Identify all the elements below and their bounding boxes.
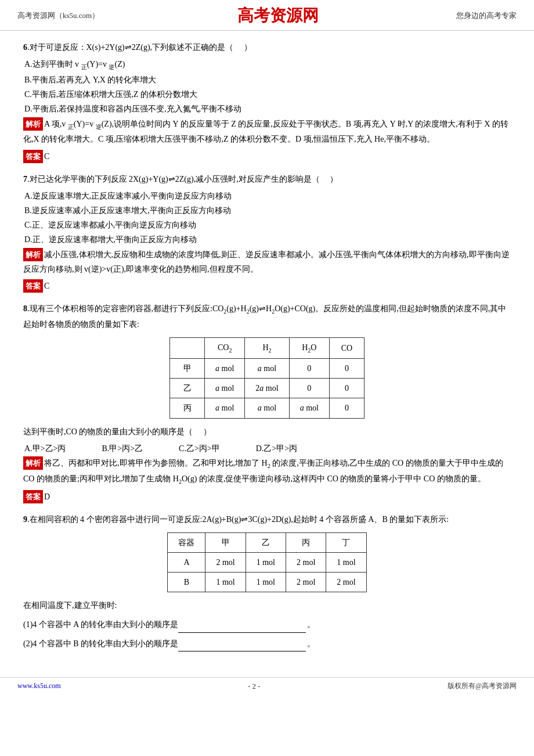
q9-sub2-answer (178, 651, 306, 651)
q8-row1-co2: a mol (205, 359, 245, 379)
table-row: 乙 a mol 2a mol 0 0 (170, 379, 365, 398)
q7-number: 7 (23, 175, 27, 183)
q8-row2-co: 0 (329, 379, 364, 398)
q8-th-co2: CO2 (205, 338, 245, 359)
q9-table: 容器 甲 乙 丙 丁 A 2 mol 1 mol 2 mol 1 mol (167, 532, 366, 593)
q7-option-a: A.逆反应速率增大,正反应速率减小,平衡向逆反应方向移动 (24, 189, 511, 203)
page-header: 高考资源网（ks5u.com） 高考资源网 您身边的高考专家 (0, 0, 534, 31)
q8-row1-h2o: 0 (289, 359, 329, 379)
table-row: 丙 a mol a mol a mol 0 (170, 398, 365, 418)
q8-option-c: C.乙>丙>甲 (179, 441, 220, 456)
q8-th-co: CO (329, 338, 364, 359)
question-9: 9.在相同容积的 4 个密闭容器中进行同一可逆反应:2A(g)+B(g)⇌3C(… (23, 512, 511, 652)
q8-row2-co2: a mol (205, 379, 245, 398)
q8-text: .现有三个体积相等的定容密闭容器,都进行下列反应:CO2(g)+H2(g)⇌H2… (23, 304, 506, 329)
q9-th-jia: 甲 (205, 532, 246, 552)
q8-option-d: D.乙>甲>丙 (256, 441, 297, 456)
jiexi-label-6: 解析 (23, 117, 43, 131)
header-left: 高考资源网（ks5u.com） (17, 10, 99, 21)
footer-center: - 2 - (248, 682, 261, 691)
daan-label-6: 答案 (23, 150, 43, 163)
q8-row3-h2o: a mol (289, 398, 329, 418)
q8-option-a: A.甲>乙>丙 (24, 441, 66, 456)
jiexi-label-7: 解析 (23, 248, 43, 261)
jiexi-label-8: 解析 (23, 456, 43, 470)
footer-left: www.ks5u.com (17, 682, 61, 690)
q8-after-table: 达到平衡时,CO 的物质的量由大到小的顺序是（ ） (23, 424, 511, 439)
q7-text: .对已达化学平衡的下列反应 2X(g)+Y(g)⇌2Z(g),减小压强时,对反应… (27, 175, 338, 183)
q8-th-blank (170, 338, 205, 359)
q7-title: 7.对已达化学平衡的下列反应 2X(g)+Y(g)⇌2Z(g),减小压强时,对反… (23, 172, 511, 186)
q8-th-h2: H2 (245, 338, 289, 359)
q9-row2-bing: 2 mol (286, 573, 326, 592)
main-content: 6.对于可逆反应：X(s)+2Y(g)⇌2Z(g),下列叙述不正确的是（ ） A… (0, 31, 534, 665)
q9-row2-label: B (168, 573, 205, 592)
q9-th-bing: 丙 (286, 532, 326, 552)
q9-row1-bing: 2 mol (286, 553, 326, 573)
q8-options-row: A.甲>乙>丙 B.甲>丙>乙 C.乙>丙>甲 D.乙>甲>丙 (23, 441, 511, 456)
q8-row2-h2: 2a mol (245, 379, 289, 398)
header-center: 高考资源网 (237, 5, 319, 27)
q8-number: 8 (23, 304, 27, 313)
table-row: B 1 mol 1 mol 2 mol 2 mol (168, 573, 366, 592)
q8-row3-co: 0 (329, 398, 364, 418)
q6-text: .对于可逆反应：X(s)+2Y(g)⇌2Z(g),下列叙述不正确的是（ ） (27, 43, 252, 52)
q9-th-yi: 乙 (246, 532, 286, 552)
q6-jiexi: 解析A 项,v 正(Y)=v 逆(Z),说明单位时间内 Y 的反应量等于 Z 的… (23, 117, 511, 147)
q9-row2-ding: 2 mol (326, 573, 366, 592)
q9-row1-label: A (168, 553, 205, 573)
question-8: 8.现有三个体积相等的定容密闭容器,都进行下列反应:CO2(g)+H2(g)⇌H… (23, 301, 511, 504)
q6-option-c: C.平衡后,若压缩体积增大压强,Z 的体积分数增大 (24, 87, 511, 102)
q9-sub2: (2)4 个容器中 B 的转化率由大到小的顺序是。 (23, 636, 511, 652)
q6-answer: 答案C (23, 149, 511, 164)
q9-title: 9.在相同容积的 4 个密闭容器中进行同一可逆反应:2A(g)+B(g)⇌3C(… (23, 512, 511, 527)
q9-th-vessel: 容器 (168, 532, 205, 552)
q8-row1-label: 甲 (170, 359, 205, 379)
page-footer: www.ks5u.com - 2 - 版权所有@高考资源网 (0, 677, 534, 694)
page-wrapper: 高考资源网（ks5u.com） 高考资源网 您身边的高考专家 6.对于可逆反应：… (0, 0, 534, 756)
q7-option-d: D.正、逆反应速率都增大,平衡向正反应方向移动 (24, 232, 511, 247)
q8-row1-h2: a mol (245, 359, 289, 379)
q9-row2-yi: 1 mol (246, 573, 286, 592)
q9-row1-ding: 1 mol (326, 553, 366, 573)
q7-jiexi: 解析减小压强,体积增大,反应物和生成物的浓度均降低,则正、逆反应速率都减小。减小… (23, 247, 511, 276)
q8-table: CO2 H2 H2O CO 甲 a mol a mol 0 0 乙 a (169, 337, 365, 418)
q7-option-b: B.逆反应速率减小,正反应速率增大,平衡向正反应方向移动 (24, 203, 511, 218)
q8-option-b: B.甲>丙>乙 (102, 441, 143, 456)
header-right: 您身边的高考专家 (456, 10, 517, 21)
q7-option-c: C.正、逆反应速率都减小,平衡向逆反应方向移动 (24, 218, 511, 232)
q9-row1-jia: 2 mol (205, 553, 246, 573)
q6-option-b: B.平衡后,若再充入 Y,X 的转化率增大 (24, 73, 511, 87)
daan-label-8: 答案 (23, 490, 43, 503)
q9-table-container: 容器 甲 乙 丙 丁 A 2 mol 1 mol 2 mol 1 mol (23, 532, 511, 593)
q8-title: 8.现有三个体积相等的定容密闭容器,都进行下列反应:CO2(g)+H2(g)⇌H… (23, 301, 511, 332)
q8-row3-co2: a mol (205, 398, 245, 418)
q9-row1-yi: 1 mol (246, 553, 286, 573)
q8-row3-h2: a mol (245, 398, 289, 418)
footer-right: 版权所有@高考资源网 (448, 681, 517, 691)
q9-number: 9 (23, 515, 27, 524)
q8-table-container: CO2 H2 H2O CO 甲 a mol a mol 0 0 乙 a (23, 337, 511, 418)
q9-intro: 在相同温度下,建立平衡时: (23, 598, 511, 614)
table-row: 甲 a mol a mol 0 0 (170, 359, 365, 379)
daan-label-7: 答案 (23, 279, 43, 293)
q9-sub1: (1)4 个容器中 A 的转化率由大到小的顺序是。 (23, 617, 511, 633)
q8-th-h2o: H2O (289, 338, 329, 359)
table-row: A 2 mol 1 mol 2 mol 1 mol (168, 553, 366, 573)
q8-row3-label: 丙 (170, 398, 205, 418)
q9-text: .在相同容积的 4 个密闭容器中进行同一可逆反应:2A(g)+B(g)⇌3C(g… (27, 515, 449, 524)
question-6: 6.对于可逆反应：X(s)+2Y(g)⇌2Z(g),下列叙述不正确的是（ ） A… (23, 40, 511, 164)
q8-jiexi: 解析将乙、丙都和甲对比,即将甲作为参照物。乙和甲对比,增加了 H2 的浓度,平衡… (23, 456, 511, 487)
q6-option-d: D.平衡后,若保持温度和容器内压强不变,充入氮气,平衡不移动 (24, 102, 511, 116)
q7-answer: 答案C (23, 279, 511, 293)
q6-title: 6.对于可逆反应：X(s)+2Y(g)⇌2Z(g),下列叙述不正确的是（ ） (23, 40, 511, 55)
question-7: 7.对已达化学平衡的下列反应 2X(g)+Y(g)⇌2Z(g),减小压强时,对反… (23, 172, 511, 294)
q8-row2-h2o: 0 (289, 379, 329, 398)
q9-row2-jia: 1 mol (205, 573, 246, 592)
q8-row2-label: 乙 (170, 379, 205, 398)
q8-answer: 答案D (23, 489, 511, 504)
q8-row1-co: 0 (329, 359, 364, 379)
q6-option-a: A.达到平衡时 v 正(Y)=v 逆(Z) (24, 57, 511, 73)
q9-sub1-answer (178, 632, 306, 633)
q6-number: 6 (23, 43, 27, 52)
